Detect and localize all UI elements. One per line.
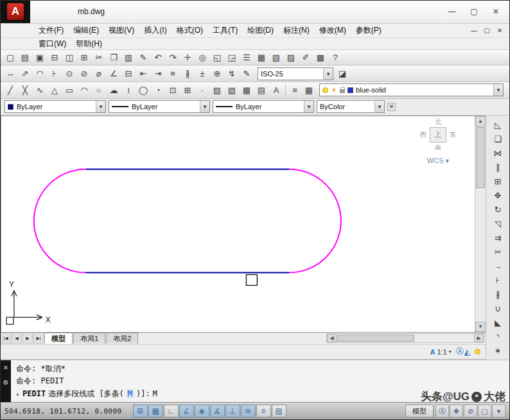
dim-jogged-button[interactable]: ⊘ (77, 67, 91, 80)
match-properties-button[interactable]: ✎ (136, 51, 150, 64)
tab-model[interactable]: 模型 (44, 333, 73, 344)
minimize-button[interactable]: — (441, 4, 463, 19)
tab-layout2[interactable]: 布局2 (106, 333, 138, 344)
stretch-button[interactable]: ⇉ (490, 231, 506, 245)
extend-button[interactable]: → (490, 259, 506, 273)
chevron-down-icon[interactable]: ▾ (323, 68, 333, 80)
annotation-scale-control[interactable]: A 1:1 ▾ (430, 348, 452, 356)
chevron-down-icon[interactable]: ▾ (374, 101, 384, 112)
mtext-button[interactable]: A (269, 83, 283, 97)
dim-jog-line-button[interactable]: ↯ (225, 67, 239, 80)
fillet-button[interactable]: ◝ (490, 330, 506, 344)
model-space-button[interactable]: 模型 (405, 405, 434, 417)
mirror-button[interactable]: ⋈ (490, 146, 506, 160)
wcs-dropdown[interactable]: WCS ▾ (410, 157, 466, 165)
print-button[interactable]: ⊟ (48, 51, 62, 64)
explode-button[interactable]: ✶ (490, 344, 506, 358)
osnap-toggle[interactable]: ◈ (195, 405, 209, 417)
paste-button[interactable]: ▥ (121, 51, 136, 64)
insert-block-button[interactable]: ⊡ (166, 83, 180, 97)
revcloud-button[interactable]: ☁ (107, 83, 121, 97)
make-block-button[interactable]: ⊞ (180, 83, 195, 97)
horizontal-scrollbar[interactable]: ◀ ▶ (326, 333, 484, 343)
erase-button[interactable]: ◺ (490, 118, 506, 132)
menu-tools[interactable]: 工具(T) (208, 25, 242, 36)
copy-button[interactable]: ❐ (107, 51, 121, 64)
dim-diameter-button[interactable]: ⌀ (92, 67, 106, 80)
table-button[interactable]: ▤ (254, 83, 268, 97)
menu-edit[interactable]: 编辑(E) (69, 25, 103, 36)
rectangle-button[interactable]: ▭ (62, 83, 76, 97)
vertical-scroll-thumb[interactable] (476, 127, 485, 188)
horizontal-scroll-track[interactable] (415, 334, 474, 342)
quickcalc-button[interactable]: ▩ (313, 51, 328, 64)
dim-continue-button[interactable]: ⇥ (151, 67, 165, 80)
break-button[interactable]: ∦ (490, 288, 506, 301)
stadium-right-arc[interactable] (289, 169, 341, 272)
join-button[interactable]: ∪ (490, 302, 506, 315)
viewcube-west-label[interactable]: 西 (420, 130, 426, 139)
chevron-down-icon[interactable]: ▾ (304, 101, 313, 112)
trim-button[interactable]: ✂ (490, 245, 506, 259)
annotation-scale-button[interactable]: Ⓐ (435, 405, 449, 417)
tool-palettes-button[interactable]: ▧ (269, 51, 283, 64)
plot-preview-button[interactable]: ◫ (62, 51, 76, 64)
ellipse-arc-button[interactable]: ◔ (151, 83, 165, 97)
dim-angular-button[interactable]: ∠ (107, 67, 121, 80)
menu-format[interactable]: 格式(O) (172, 25, 207, 36)
scroll-left-button[interactable]: ◀ (327, 334, 337, 342)
region-button[interactable]: ▦ (240, 83, 254, 97)
dim-edit-button[interactable]: ✎ (240, 67, 254, 80)
gradient-button[interactable]: ▧ (225, 83, 239, 97)
scale-button[interactable]: ◹ (490, 217, 506, 231)
copy-object-button[interactable]: ❏ (490, 132, 506, 146)
scroll-down-button[interactable]: ▼ (475, 322, 486, 332)
menu-view[interactable]: 视图(V) (104, 25, 139, 36)
vertical-scrollbar[interactable]: ▲ ▼ (475, 116, 486, 332)
close-button[interactable]: ✕ (485, 4, 507, 19)
center-mark-button[interactable]: ⊕ (210, 67, 224, 80)
quick-properties-toggle[interactable]: ▤ (272, 405, 286, 417)
ellipse-button[interactable]: ◯ (136, 83, 150, 97)
linetype-control-combo[interactable]: ByLayer ▾ (109, 100, 210, 113)
viewcube-east-label[interactable]: 东 (450, 130, 456, 139)
status-more-button[interactable]: ▾ (492, 405, 506, 417)
layer-color-swatch[interactable] (347, 87, 353, 93)
clean-screen-button[interactable]: ▢ (478, 405, 491, 417)
pan-button[interactable]: ✛ (180, 51, 195, 64)
properties-toolbar-close-button[interactable]: ✕ (387, 103, 396, 111)
designcenter-button[interactable]: ▦ (254, 51, 268, 64)
polygon-button[interactable]: △ (48, 83, 62, 97)
menu-file[interactable]: 文件(F) (34, 25, 68, 36)
command-customize-icon[interactable]: ⚙ (3, 379, 9, 386)
construction-line-button[interactable]: ╳ (18, 83, 32, 97)
help-button[interactable]: ? (328, 51, 342, 64)
sheetset-manager-button[interactable]: ▨ (284, 51, 298, 64)
new-file-button[interactable]: ▢ (3, 51, 17, 64)
zoom-window-button[interactable]: ◱ (210, 51, 224, 64)
command-window-close-button[interactable]: ✕ (3, 364, 8, 371)
offset-button[interactable]: ∥ (490, 161, 506, 174)
drawing-area[interactable]: Y X 北 西 上 东 南 WCS (1, 116, 486, 333)
break-at-point-button[interactable]: ⊦ (490, 274, 506, 287)
next-tab-button[interactable]: ▶ (22, 333, 33, 344)
dim-baseline-button[interactable]: ⇤ (136, 67, 150, 80)
doc-minimize-button[interactable]: — (468, 25, 480, 35)
dim-ordinate-button[interactable]: ⊦ (48, 67, 62, 80)
redo-button[interactable]: ↷ (166, 51, 180, 64)
dyn-toggle[interactable]: ≋ (241, 405, 256, 417)
menu-draw[interactable]: 绘图(D) (243, 25, 278, 36)
zoom-previous-button[interactable]: ◲ (225, 51, 239, 64)
polyline-button[interactable]: ∿ (33, 83, 47, 97)
vertical-scroll-track[interactable] (475, 189, 486, 322)
chevron-down-icon[interactable]: ▾ (493, 84, 503, 96)
save-file-button[interactable]: ▣ (33, 51, 47, 64)
cut-button[interactable]: ✂ (92, 51, 106, 64)
dim-arc-length-button[interactable]: ◠ (33, 67, 47, 80)
circle-button[interactable]: ○ (92, 83, 106, 97)
color-control-combo[interactable]: ByLayer ▾ (4, 100, 106, 113)
prompt-typed-input[interactable]: M (153, 389, 157, 398)
menu-dimension[interactable]: 标注(N) (279, 25, 314, 36)
app-menu-button[interactable]: A (1, 1, 30, 23)
dim-space-button[interactable]: ≡ (166, 67, 180, 80)
